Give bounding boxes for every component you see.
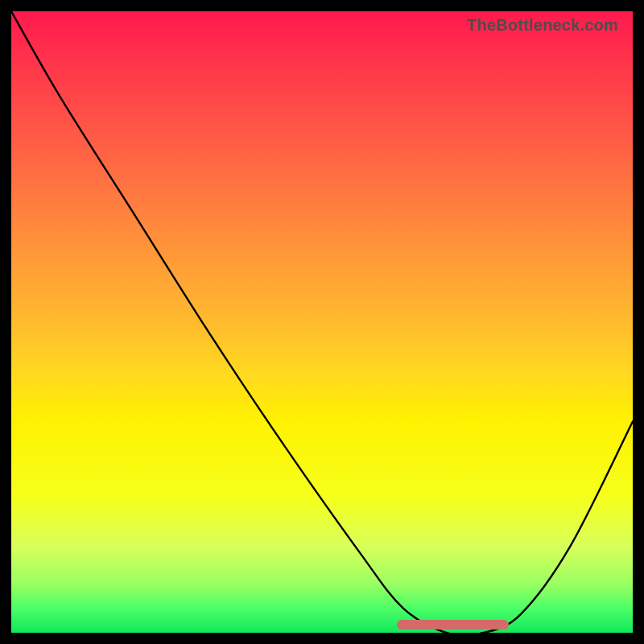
watermark-text: TheBottleneck.com <box>467 16 618 35</box>
chart-frame: TheBottleneck.com <box>0 0 644 644</box>
bottleneck-curve <box>11 11 633 633</box>
curve-layer <box>11 11 633 633</box>
optimal-range-marker <box>397 620 509 630</box>
plot-area: TheBottleneck.com <box>11 11 633 633</box>
